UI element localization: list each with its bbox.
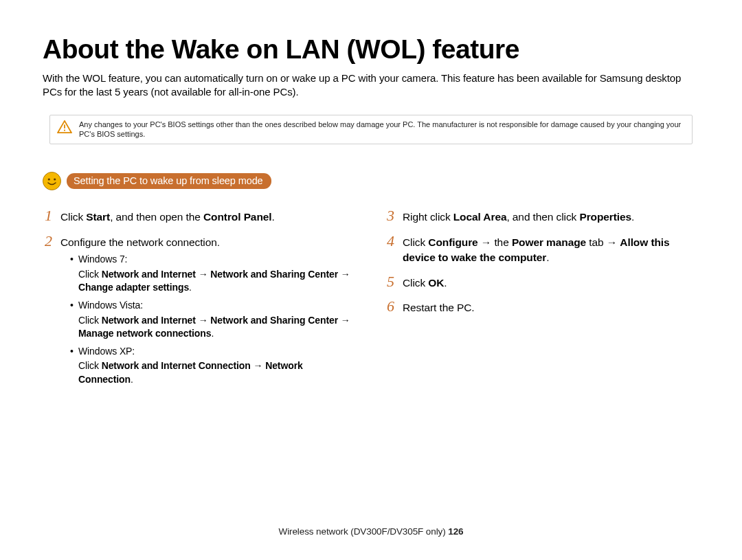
step-number: 3 (385, 208, 394, 223)
bold-text: Control Panel (203, 211, 271, 223)
step-text: Click Start, and then open the Control P… (60, 210, 275, 225)
text: Click (403, 277, 428, 289)
bold-text: Network and Internet Connection (102, 360, 251, 371)
text: Right click (403, 211, 453, 223)
bold-text: Network and Sharing Center (210, 269, 338, 280)
list-item: Windows 7: (70, 253, 357, 267)
sub-list: Windows Vista: (60, 299, 357, 313)
step-number: 4 (385, 234, 394, 249)
text: Click (78, 360, 102, 371)
text: . (444, 277, 447, 289)
step-3: 3 Right click Local Area, and then click… (385, 210, 699, 225)
smile-badge-icon (43, 172, 61, 190)
section-heading: Setting the PC to wake up from sleep mod… (43, 172, 271, 190)
step-6: 6 Restart the PC. (385, 300, 699, 315)
bold-text: Properties (579, 211, 631, 223)
sub-detail: Click Network and Internet → Network and… (78, 268, 357, 295)
footer-text: Wireless network (DV300F/DV305F only) (278, 526, 448, 537)
step-number: 5 (385, 274, 394, 289)
bold-text: Local Area (453, 211, 507, 223)
arrow-text: → (338, 315, 350, 326)
text: . (546, 251, 549, 263)
step-number: 1 (43, 208, 52, 223)
svg-point-4 (54, 179, 56, 181)
text: . (189, 282, 192, 293)
document-page: About the Wake on LAN (WOL) feature With… (0, 0, 742, 560)
right-column: 3 Right click Local Area, and then click… (385, 210, 699, 400)
arrow-text: → (196, 269, 210, 280)
step-2: 2 Configure the network connection. Wind… (43, 235, 357, 391)
text: Click (78, 315, 102, 326)
sub-detail: Click Network and Internet → Network and… (78, 314, 357, 341)
text: . (211, 328, 214, 339)
section-badge-label: Setting the PC to wake up from sleep mod… (67, 173, 271, 189)
svg-rect-1 (64, 129, 65, 131)
warning-callout: Any changes to your PC's BIOS settings o… (49, 115, 693, 145)
arrow-text: → (251, 360, 265, 371)
arrow-text: → (338, 269, 350, 280)
page-number: 126 (448, 526, 463, 537)
text: . (272, 211, 275, 223)
step-5: 5 Click OK. (385, 276, 699, 291)
bold-text: OK (428, 277, 444, 289)
sub-list: Windows XP: (60, 345, 357, 359)
arrow-text: → the (478, 236, 512, 248)
text: , and then open the (110, 211, 203, 223)
warning-icon (57, 120, 72, 134)
svg-rect-0 (64, 124, 65, 128)
text: Click (60, 211, 86, 223)
intro-paragraph: With the WOL feature, you can automatica… (43, 71, 699, 100)
content-columns: 1 Click Start, and then open the Control… (43, 210, 699, 400)
bold-text: Network and Internet (102, 269, 196, 280)
step-text: Restart the PC. (403, 300, 474, 315)
svg-point-2 (43, 172, 61, 190)
text: Click (78, 269, 102, 280)
warning-text: Any changes to your PC's BIOS settings o… (79, 120, 685, 140)
text: . (631, 211, 634, 223)
bold-text: Change adapter settings (78, 282, 189, 293)
page-title: About the Wake on LAN (WOL) feature (43, 34, 699, 65)
step-text: Configure the network connection. Window… (60, 235, 357, 391)
step-1: 1 Click Start, and then open the Control… (43, 210, 357, 225)
step-text: Right click Local Area, and then click P… (403, 210, 634, 225)
bold-text: Network and Internet (102, 315, 196, 326)
bold-text: Manage network connections (78, 328, 211, 339)
bold-text: Start (86, 211, 110, 223)
step-number: 6 (385, 299, 394, 314)
text: Click (403, 236, 428, 248)
step-4: 4 Click Configure → the Power manage tab… (385, 235, 699, 266)
step-text: Click Configure → the Power manage tab →… (403, 235, 699, 266)
arrow-text: → (196, 315, 210, 326)
sub-list: Windows 7: (60, 253, 357, 267)
svg-point-3 (48, 179, 50, 181)
sub-detail: Click Network and Internet Connection → … (78, 359, 357, 386)
list-item: Windows Vista: (70, 299, 357, 313)
text: Configure the network connection. (60, 236, 220, 248)
page-footer: Wireless network (DV300F/DV305F only) 12… (0, 526, 742, 537)
arrow-text: tab → (586, 236, 620, 248)
text: . (131, 374, 133, 385)
bold-text: Network and Sharing Center (210, 315, 338, 326)
bold-text: Configure (428, 236, 477, 248)
left-column: 1 Click Start, and then open the Control… (43, 210, 357, 400)
step-number: 2 (43, 234, 52, 249)
bold-text: Power manage (512, 236, 586, 248)
step-text: Click OK. (403, 276, 447, 291)
text: , and then click (506, 211, 579, 223)
list-item: Windows XP: (70, 345, 357, 359)
